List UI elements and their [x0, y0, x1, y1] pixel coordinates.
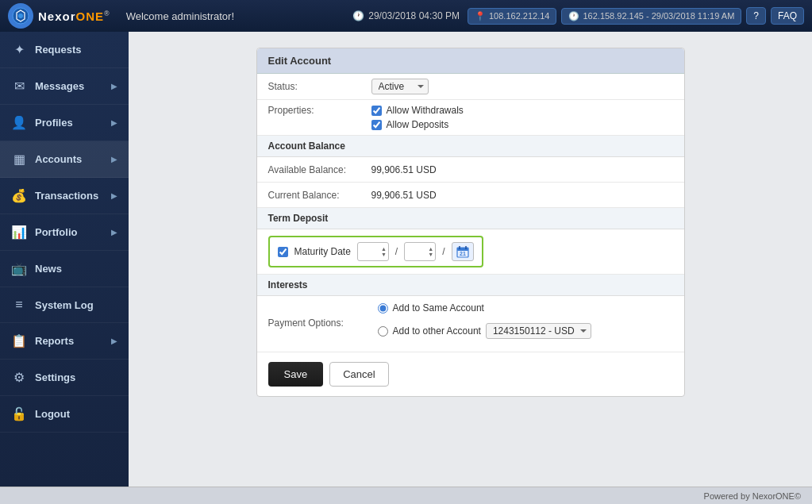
news-icon: 📺 — [11, 261, 27, 276]
chevron-right-icon: ▶ — [111, 191, 117, 200]
footer: Powered by NexorONE© — [0, 487, 812, 504]
available-balance-value: 99,906.51 USD — [371, 164, 437, 175]
cancel-button[interactable]: Cancel — [329, 362, 388, 387]
properties-label: Properties: — [268, 105, 371, 116]
available-balance-label: Available Balance: — [268, 164, 371, 175]
chevron-right-icon: ▶ — [111, 82, 117, 90]
sidebar-item-portfolio[interactable]: 📊 Portfolio ▶ — [0, 214, 129, 251]
sidebar-item-transactions[interactable]: 💰 Transactions ▶ — [0, 178, 129, 214]
header-datetime: 29/03/2018 04:30 PM — [368, 10, 460, 21]
chevron-right-icon: ▶ — [111, 155, 117, 164]
sidebar-item-settings[interactable]: ⚙ Settings — [0, 360, 129, 396]
clock-icon: 🕐 — [352, 10, 364, 21]
term-deposit-row: Maturity Date ▲ ▼ / ▲ ▼ — [257, 229, 684, 275]
reports-icon: 📋 — [11, 333, 27, 348]
add-other-account-radio[interactable] — [378, 326, 388, 337]
portfolio-icon: 📊 — [11, 225, 27, 240]
form-footer: Save Cancel — [257, 352, 684, 396]
accounts-icon: ▦ — [11, 152, 27, 167]
status-row: Status: Active Inactive — [257, 74, 684, 100]
current-balance-value: 99,906.51 USD — [371, 190, 437, 201]
form-card: Edit Account Status: Active Inactive Pro… — [256, 48, 685, 397]
pin-icon: 📍 — [475, 11, 486, 21]
ip-badge: 📍 108.162.212.14 — [468, 8, 556, 25]
interests-section: Payment Options: Add to Same Account Add… — [257, 296, 684, 352]
allow-withdrawals-label: Allow Withdrawals — [387, 105, 464, 116]
logo-icon — [8, 3, 33, 29]
sidebar-item-news[interactable]: 📺 News — [0, 251, 129, 287]
payment-options-label: Payment Options: — [268, 317, 371, 329]
account-balance-header: Account Balance — [257, 136, 684, 157]
add-same-account-radio[interactable] — [378, 303, 388, 314]
session-badge: 🕐 162.158.92.145 - 29/03/2018 11:19 AM — [561, 8, 741, 25]
svg-text:21: 21 — [460, 251, 466, 256]
logo: NexorONE® — [8, 3, 110, 29]
welcome-text: Welcome administrator! — [126, 10, 345, 22]
requests-icon: ✦ — [11, 42, 27, 57]
calendar-button[interactable]: 21 — [452, 242, 474, 261]
settings-icon: ⚙ — [11, 370, 27, 385]
form-title: Edit Account — [257, 48, 684, 74]
sidebar-item-accounts[interactable]: ▦ Accounts ▶ — [0, 141, 129, 178]
header-time: 🕐 29/03/2018 04:30 PM — [352, 10, 460, 21]
svg-point-1 — [18, 13, 23, 18]
header: NexorONE® Welcome administrator! 🕐 29/03… — [0, 0, 812, 32]
date-sep-1: / — [395, 246, 398, 257]
status-label: Status: — [268, 81, 371, 92]
add-other-account-row[interactable]: Add to other Account 1243150112 - USD — [378, 323, 591, 339]
interests-header: Interests — [257, 275, 684, 296]
available-balance-row: Available Balance: 99,906.51 USD — [257, 157, 684, 183]
maturity-checkbox[interactable] — [278, 247, 288, 257]
save-button[interactable]: Save — [268, 362, 324, 387]
add-same-account-label: Add to Same Account — [393, 302, 484, 314]
allow-deposits-label: Allow Deposits — [387, 119, 449, 130]
current-balance-label: Current Balance: — [268, 190, 371, 201]
date-sep-2: / — [442, 246, 444, 257]
sidebar-item-reports[interactable]: 📋 Reports ▶ — [0, 323, 129, 360]
faq-button[interactable]: FAQ — [771, 7, 804, 25]
add-other-account-label: Add to other Account — [393, 325, 481, 337]
logo-text: NexorONE® — [38, 10, 110, 23]
system-log-icon: ≡ — [11, 298, 27, 312]
allow-deposits-checkbox[interactable] — [371, 120, 382, 130]
sidebar-item-messages[interactable]: ✉ Messages ▶ — [0, 68, 129, 105]
month-arrows: ▲ ▼ — [381, 246, 387, 257]
properties-row: Properties: Allow Withdrawals Allow Depo… — [257, 100, 684, 136]
term-deposit-header: Term Deposit — [257, 208, 684, 229]
maturity-box: Maturity Date ▲ ▼ / ▲ ▼ — [268, 236, 483, 267]
chevron-right-icon: ▶ — [111, 118, 117, 127]
month-spinner[interactable]: ▲ ▼ — [357, 242, 389, 261]
chevron-right-icon: ▶ — [111, 228, 117, 237]
footer-text: Powered by NexorONE© — [704, 491, 801, 501]
profiles-icon: 👤 — [11, 115, 27, 130]
allow-withdrawals-checkbox[interactable] — [371, 106, 382, 116]
layout: ✦ Requests ✉ Messages ▶ 👤 Profiles ▶ ▦ A… — [0, 32, 812, 487]
logout-icon: 🔓 — [11, 406, 27, 421]
allow-deposits-row[interactable]: Allow Deposits — [371, 119, 464, 130]
sidebar: ✦ Requests ✉ Messages ▶ 👤 Profiles ▶ ▦ A… — [0, 32, 129, 487]
main-content: Edit Account Status: Active Inactive Pro… — [129, 32, 812, 487]
status-select[interactable]: Active Inactive — [371, 79, 429, 94]
sidebar-item-profiles[interactable]: 👤 Profiles ▶ — [0, 105, 129, 141]
day-arrows: ▲ ▼ — [428, 246, 433, 257]
messages-icon: ✉ — [11, 79, 27, 94]
add-same-account-row[interactable]: Add to Same Account — [378, 302, 591, 314]
maturity-label: Maturity Date — [294, 246, 351, 257]
sidebar-item-requests[interactable]: ✦ Requests — [0, 32, 129, 68]
other-account-select[interactable]: 1243150112 - USD — [486, 323, 591, 339]
header-badges: 📍 108.162.212.14 🕐 162.158.92.145 - 29/0… — [468, 7, 804, 25]
help-button[interactable]: ? — [746, 7, 766, 25]
history-icon: 🕐 — [568, 11, 579, 21]
chevron-right-icon: ▶ — [111, 337, 117, 345]
day-spinner[interactable]: ▲ ▼ — [404, 242, 436, 261]
allow-withdrawals-row[interactable]: Allow Withdrawals — [371, 105, 464, 116]
current-balance-row: Current Balance: 99,906.51 USD — [257, 183, 684, 208]
sidebar-item-system-log[interactable]: ≡ System Log — [0, 287, 129, 323]
sidebar-item-logout[interactable]: 🔓 Logout — [0, 396, 129, 433]
transactions-icon: 💰 — [11, 188, 27, 203]
